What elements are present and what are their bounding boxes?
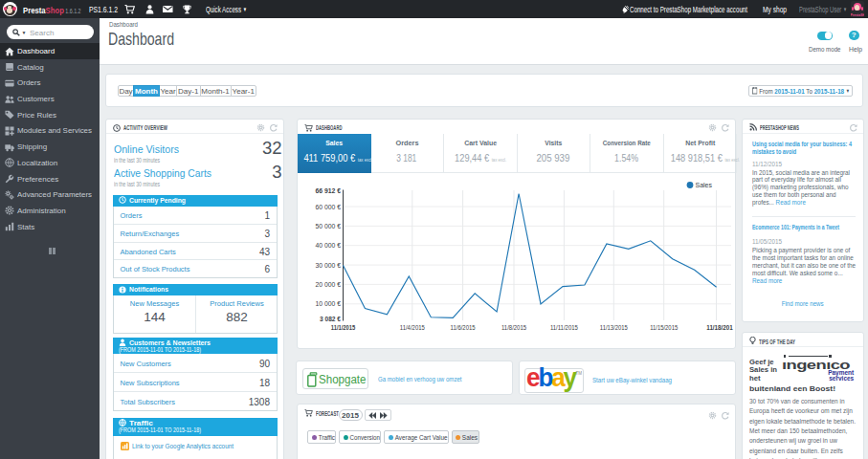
- svg-text:3 082 €: 3 082 €: [320, 315, 341, 321]
- svg-text:Sales: Sales: [696, 182, 713, 188]
- svg-text:20 000 €: 20 000 €: [316, 280, 342, 287]
- svg-text:10 000 €: 10 000 €: [316, 300, 342, 307]
- svg-text:11/8/2015: 11/8/2015: [501, 323, 526, 330]
- svg-text:30 000 €: 30 000 €: [316, 261, 342, 268]
- svg-text:66 912 €: 66 912 €: [316, 187, 342, 194]
- svg-text:40 000 €: 40 000 €: [316, 242, 342, 249]
- svg-text:11/18/201: 11/18/201: [706, 323, 733, 330]
- svg-text:50 000 €: 50 000 €: [316, 222, 342, 229]
- svg-text:11/1/2015: 11/1/2015: [331, 323, 356, 330]
- svg-text:11/6/2015: 11/6/2015: [451, 323, 476, 330]
- svg-text:11/15/2015: 11/15/2015: [650, 323, 678, 330]
- svg-text:11/11/2015: 11/11/2015: [550, 323, 578, 330]
- svg-text:60 000 €: 60 000 €: [316, 203, 342, 209]
- svg-text:11/4/2015: 11/4/2015: [400, 323, 425, 330]
- svg-text:11/13/2015: 11/13/2015: [600, 323, 628, 330]
